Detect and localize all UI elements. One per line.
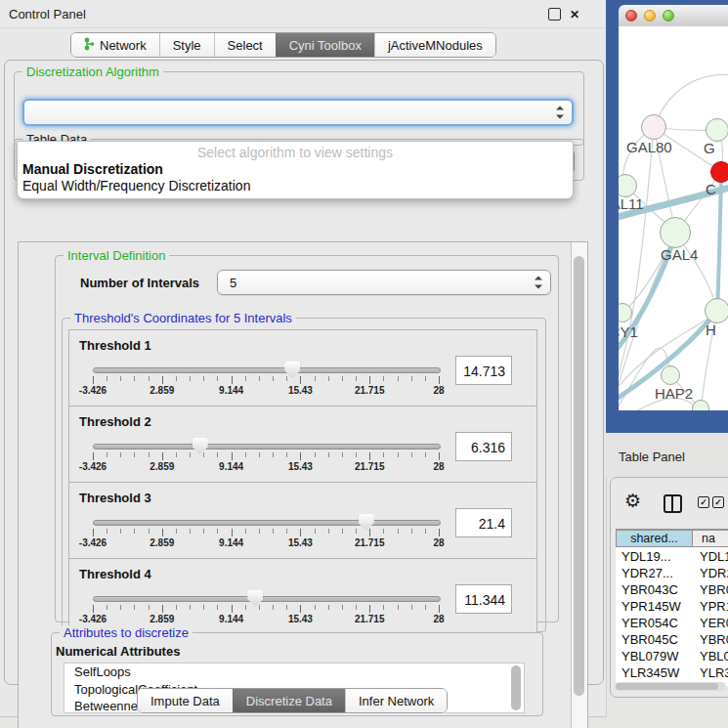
- control-panel-tab-bar: NetworkStyleSelectCyni ToolboxjActiveMNo…: [70, 32, 496, 58]
- table-row[interactable]: YLR345WYLR3: [616, 665, 728, 682]
- threshold-blocks: Threshold 1-3.4262.8599.14415.4321.71528…: [68, 330, 537, 635]
- thresholds-group-title: Threshold's Coordinates for 5 Intervals: [70, 311, 296, 325]
- tick-label: 15.43: [288, 385, 313, 396]
- desktop: Control Panel ✕ NetworkStyleSelectCyni T…: [0, 0, 728, 728]
- tick-label: -3.426: [79, 614, 107, 624]
- threshold-value-field[interactable]: 6.316: [455, 432, 512, 461]
- zoom-traffic-light-icon[interactable]: [663, 10, 674, 21]
- table-row[interactable]: YDR27...YDR2: [616, 566, 728, 582]
- tick-label: 28: [433, 385, 444, 396]
- tick-label: -3.426: [79, 385, 107, 396]
- network-node-g[interactable]: [706, 118, 728, 142]
- slider-tick-labels: -3.4262.8599.14415.4321.71528: [93, 537, 439, 549]
- attribute-item[interactable]: SelfLoops: [64, 664, 524, 681]
- node-label: H: [706, 321, 716, 338]
- tab-network[interactable]: Network: [71, 33, 159, 57]
- float-window-icon[interactable]: [548, 8, 561, 21]
- network-node-gal4[interactable]: [660, 217, 691, 248]
- control-panel-window: Control Panel ✕ NetworkStyleSelectCyni T…: [0, 0, 607, 717]
- close-icon[interactable]: ✕: [570, 8, 579, 21]
- settings-gear-icon[interactable]: ⚙: [624, 490, 641, 512]
- number-of-intervals-combobox[interactable]: 5: [217, 270, 551, 295]
- slider-tick-labels: -3.4262.8599.14415.4321.71528: [93, 614, 439, 625]
- number-of-intervals-label: Number of Intervals: [80, 276, 199, 290]
- table-horizontal-scrollbar[interactable]: [615, 682, 726, 691]
- attributes-group-title: Attributes to discretize: [60, 625, 193, 640]
- numerical-attributes-label: Numerical Attributes: [56, 644, 180, 659]
- tab-label: Select: [228, 38, 263, 53]
- threshold-value-field[interactable]: 11.344: [455, 584, 512, 614]
- tab-style[interactable]: Style: [159, 33, 214, 57]
- tick-label: 21.715: [355, 537, 385, 548]
- tick-label: -3.426: [79, 461, 107, 472]
- node-attribute-table[interactable]: shared... na YDL19...YDL1YDR27...YDR2YBR…: [616, 529, 728, 686]
- column-header-name[interactable]: na: [692, 530, 728, 547]
- slider-track[interactable]: [93, 367, 441, 373]
- slider-tick-labels: -3.4262.8599.14415.4321.71528: [93, 385, 439, 397]
- table-row[interactable]: YBR045CYBR0: [616, 632, 728, 649]
- cell-name: YPR1: [700, 599, 728, 614]
- network-node[interactable]: [692, 400, 709, 410]
- network-node-hap2[interactable]: [661, 365, 680, 385]
- attributes-list-scrollbar[interactable]: [511, 665, 521, 710]
- threshold-value-field[interactable]: 21.4: [455, 508, 512, 537]
- algorithm-option-2[interactable]: Equal Width/Frequency Discretization: [22, 178, 250, 193]
- slider-track[interactable]: [93, 520, 441, 526]
- algorithm-option-1[interactable]: Manual Discretization: [22, 161, 163, 177]
- table-row[interactable]: YBL079WYBL0: [616, 649, 728, 665]
- tick-label: 21.715: [355, 461, 385, 472]
- control-panel-titlebar: Control Panel ✕: [0, 0, 606, 28]
- tab-label: Impute Data: [150, 694, 220, 708]
- network-view-window: GAL80GCGAL11GAL4GCY1HHAP2: [606, 0, 728, 433]
- network-node-c[interactable]: [710, 161, 728, 183]
- threshold-block-2: Threshold 2-3.4262.8599.14415.4321.71528…: [68, 406, 537, 483]
- minimize-traffic-light-icon[interactable]: [644, 10, 656, 21]
- close-traffic-light-icon[interactable]: [625, 10, 637, 21]
- combo-arrows-icon: [556, 107, 564, 119]
- node-label: GCY1: [619, 323, 638, 340]
- table-row[interactable]: YDL19...YDL1: [616, 549, 728, 566]
- network-canvas[interactable]: GAL80GCGAL11GAL4GCY1HHAP2: [619, 26, 728, 410]
- slider-track[interactable]: [93, 596, 441, 602]
- checkbox-checked-icon[interactable]: ✓: [698, 496, 709, 508]
- combo-arrows-icon: [535, 277, 542, 289]
- column-layout-icon[interactable]: [664, 494, 682, 513]
- tick-label: -3.426: [79, 537, 107, 548]
- tab-cyni-toolbox[interactable]: Cyni Toolbox: [276, 33, 374, 57]
- table-panel: ⚙ ✓ ✓ shared... na YDL19...YDL1YDR27...Y…: [610, 477, 728, 698]
- algorithm-combobox[interactable]: [22, 99, 574, 126]
- scrollbar-thumb[interactable]: [574, 256, 584, 696]
- threshold-block-3: Threshold 3-3.4262.8599.14415.4321.71528…: [68, 482, 537, 559]
- checkbox-checked-icon[interactable]: ✓: [712, 496, 724, 508]
- tab-label: Network: [100, 38, 147, 53]
- viewport-vertical-scrollbar[interactable]: [571, 242, 587, 728]
- table-row[interactable]: YPR145WYPR1: [616, 599, 728, 616]
- table-row[interactable]: YBR043CYBR0: [616, 582, 728, 599]
- cell-name: YLR3: [700, 665, 728, 680]
- threshold-value-field[interactable]: 14.713: [455, 356, 512, 385]
- tab-discretize-data[interactable]: Discretize Data: [233, 689, 345, 712]
- network-window-titlebar: [619, 5, 728, 27]
- threshold-label: Threshold 3: [79, 491, 151, 505]
- tab-label: Style: [173, 38, 201, 53]
- threshold-block-4: Threshold 4-3.4262.8599.14415.4321.71528…: [68, 558, 537, 635]
- cell-name: YBL0: [700, 649, 728, 664]
- tab-infer-network[interactable]: Infer Network: [345, 689, 447, 712]
- cell-shared-name: YPR145W: [621, 599, 681, 614]
- threshold-block-1: Threshold 1-3.4262.8599.14415.4321.71528…: [68, 329, 537, 407]
- cell-shared-name: YDR27...: [621, 566, 673, 580]
- algorithm-dropdown-popup: Select algorithm to view settings Manual…: [17, 141, 574, 199]
- tab-jactivemnodules[interactable]: jActiveMNodules: [374, 33, 495, 57]
- tab-select[interactable]: Select: [214, 33, 276, 57]
- tab-impute-data[interactable]: Impute Data: [138, 689, 233, 712]
- column-header-shared-name[interactable]: shared...: [616, 530, 693, 547]
- slider-track[interactable]: [93, 444, 441, 450]
- network-node-h[interactable]: [705, 298, 728, 323]
- cell-shared-name: YLR345W: [621, 665, 679, 680]
- network-node-gal80[interactable]: [641, 114, 666, 140]
- algorithm-placeholder-text: Select algorithm to view settings: [18, 145, 573, 160]
- threshold-label: Threshold 1: [79, 338, 151, 353]
- table-row[interactable]: YER054CYER0: [616, 616, 728, 632]
- scrollbar-thumb[interactable]: [616, 683, 718, 690]
- tick-label: 2.859: [150, 537, 174, 548]
